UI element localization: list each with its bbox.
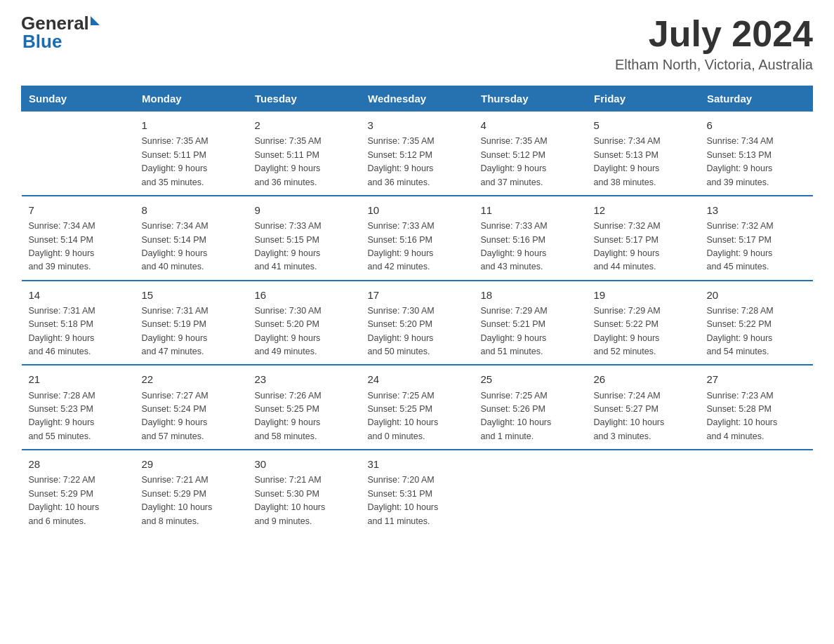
day-info: Sunrise: 7:33 AMSunset: 5:16 PMDaylight:…	[368, 220, 467, 274]
calendar-table: SundayMondayTuesdayWednesdayThursdayFrid…	[21, 86, 813, 534]
week-row: 28Sunrise: 7:22 AMSunset: 5:29 PMDayligh…	[22, 450, 813, 534]
day-number: 2	[255, 117, 354, 133]
calendar-cell: 9Sunrise: 7:33 AMSunset: 5:15 PMDaylight…	[248, 196, 361, 281]
day-info: Sunrise: 7:27 AMSunset: 5:24 PMDaylight:…	[142, 389, 241, 444]
day-number: 28	[29, 456, 128, 472]
day-number: 4	[481, 117, 580, 133]
calendar-cell: 12Sunrise: 7:32 AMSunset: 5:17 PMDayligh…	[587, 196, 700, 281]
calendar-cell: 19Sunrise: 7:29 AMSunset: 5:22 PMDayligh…	[587, 281, 700, 365]
logo-blue: Blue	[22, 31, 62, 52]
calendar-cell: 20Sunrise: 7:28 AMSunset: 5:22 PMDayligh…	[700, 281, 813, 365]
day-header-monday: Monday	[135, 86, 248, 112]
day-info: Sunrise: 7:32 AMSunset: 5:17 PMDaylight:…	[594, 220, 693, 274]
calendar-cell: 30Sunrise: 7:21 AMSunset: 5:30 PMDayligh…	[248, 450, 361, 534]
calendar-cell: 17Sunrise: 7:30 AMSunset: 5:20 PMDayligh…	[361, 281, 474, 365]
calendar-cell: 8Sunrise: 7:34 AMSunset: 5:14 PMDaylight…	[135, 196, 248, 281]
day-number: 17	[368, 287, 467, 303]
calendar-cell	[700, 450, 813, 534]
day-number: 1	[142, 117, 241, 133]
day-info: Sunrise: 7:33 AMSunset: 5:16 PMDaylight:…	[481, 220, 580, 274]
day-number: 26	[594, 371, 693, 387]
calendar-cell: 3Sunrise: 7:35 AMSunset: 5:12 PMDaylight…	[361, 112, 474, 196]
day-info: Sunrise: 7:28 AMSunset: 5:22 PMDaylight:…	[707, 304, 806, 359]
day-number: 18	[481, 287, 580, 303]
day-number: 31	[368, 456, 467, 472]
day-number: 29	[142, 456, 241, 472]
week-row: 1Sunrise: 7:35 AMSunset: 5:11 PMDaylight…	[22, 112, 813, 196]
day-info: Sunrise: 7:23 AMSunset: 5:28 PMDaylight:…	[707, 389, 806, 444]
day-number: 21	[29, 371, 128, 387]
logo: General Blue	[21, 14, 100, 51]
day-info: Sunrise: 7:30 AMSunset: 5:20 PMDaylight:…	[368, 304, 467, 359]
day-info: Sunrise: 7:29 AMSunset: 5:22 PMDaylight:…	[594, 304, 693, 359]
day-number: 6	[707, 117, 806, 133]
day-info: Sunrise: 7:34 AMSunset: 5:14 PMDaylight:…	[142, 220, 241, 274]
calendar-cell: 18Sunrise: 7:29 AMSunset: 5:21 PMDayligh…	[474, 281, 587, 365]
calendar-cell	[587, 450, 700, 534]
day-number: 24	[368, 371, 467, 387]
day-info: Sunrise: 7:24 AMSunset: 5:27 PMDaylight:…	[594, 389, 693, 444]
day-number: 5	[594, 117, 693, 133]
day-info: Sunrise: 7:25 AMSunset: 5:26 PMDaylight:…	[481, 389, 580, 444]
day-header-friday: Friday	[587, 86, 700, 112]
calendar-cell: 4Sunrise: 7:35 AMSunset: 5:12 PMDaylight…	[474, 112, 587, 196]
day-number: 15	[142, 287, 241, 303]
calendar-cell: 28Sunrise: 7:22 AMSunset: 5:29 PMDayligh…	[22, 450, 135, 534]
day-header-tuesday: Tuesday	[248, 86, 361, 112]
calendar-cell	[22, 112, 135, 196]
calendar-cell: 14Sunrise: 7:31 AMSunset: 5:18 PMDayligh…	[22, 281, 135, 365]
day-info: Sunrise: 7:34 AMSunset: 5:13 PMDaylight:…	[594, 135, 693, 189]
page-header: General Blue July 2024 Eltham North, Vic…	[21, 14, 813, 73]
calendar-cell: 2Sunrise: 7:35 AMSunset: 5:11 PMDaylight…	[248, 112, 361, 196]
calendar-cell: 13Sunrise: 7:32 AMSunset: 5:17 PMDayligh…	[700, 196, 813, 281]
day-info: Sunrise: 7:30 AMSunset: 5:20 PMDaylight:…	[255, 304, 354, 359]
day-number: 19	[594, 287, 693, 303]
day-info: Sunrise: 7:26 AMSunset: 5:25 PMDaylight:…	[255, 389, 354, 444]
day-number: 9	[255, 202, 354, 218]
day-number: 23	[255, 371, 354, 387]
day-number: 22	[142, 371, 241, 387]
calendar-cell: 22Sunrise: 7:27 AMSunset: 5:24 PMDayligh…	[135, 365, 248, 450]
day-info: Sunrise: 7:35 AMSunset: 5:12 PMDaylight:…	[481, 135, 580, 189]
day-header-wednesday: Wednesday	[361, 86, 474, 112]
day-number: 11	[481, 202, 580, 218]
calendar-cell: 5Sunrise: 7:34 AMSunset: 5:13 PMDaylight…	[587, 112, 700, 196]
day-number: 3	[368, 117, 467, 133]
title-block: July 2024 Eltham North, Victoria, Austra…	[615, 14, 813, 73]
day-info: Sunrise: 7:21 AMSunset: 5:30 PMDaylight:…	[255, 474, 354, 528]
logo-triangle-icon	[91, 16, 100, 25]
day-number: 20	[707, 287, 806, 303]
day-header-saturday: Saturday	[700, 86, 813, 112]
calendar-cell: 25Sunrise: 7:25 AMSunset: 5:26 PMDayligh…	[474, 365, 587, 450]
calendar-cell: 11Sunrise: 7:33 AMSunset: 5:16 PMDayligh…	[474, 196, 587, 281]
day-number: 13	[707, 202, 806, 218]
day-info: Sunrise: 7:29 AMSunset: 5:21 PMDaylight:…	[481, 304, 580, 359]
calendar-cell: 16Sunrise: 7:30 AMSunset: 5:20 PMDayligh…	[248, 281, 361, 365]
calendar-header-row: SundayMondayTuesdayWednesdayThursdayFrid…	[22, 86, 813, 112]
day-number: 8	[142, 202, 241, 218]
logo-general: General	[21, 14, 89, 32]
calendar-cell: 23Sunrise: 7:26 AMSunset: 5:25 PMDayligh…	[248, 365, 361, 450]
day-number: 10	[368, 202, 467, 218]
month-title: July 2024	[615, 14, 813, 54]
day-info: Sunrise: 7:34 AMSunset: 5:14 PMDaylight:…	[29, 220, 128, 274]
week-row: 21Sunrise: 7:28 AMSunset: 5:23 PMDayligh…	[22, 365, 813, 450]
day-info: Sunrise: 7:35 AMSunset: 5:11 PMDaylight:…	[142, 135, 241, 189]
day-info: Sunrise: 7:20 AMSunset: 5:31 PMDaylight:…	[368, 474, 467, 528]
day-info: Sunrise: 7:28 AMSunset: 5:23 PMDaylight:…	[29, 389, 128, 444]
calendar-cell: 26Sunrise: 7:24 AMSunset: 5:27 PMDayligh…	[587, 365, 700, 450]
calendar-cell: 21Sunrise: 7:28 AMSunset: 5:23 PMDayligh…	[22, 365, 135, 450]
day-number: 7	[29, 202, 128, 218]
day-number: 16	[255, 287, 354, 303]
calendar-cell	[474, 450, 587, 534]
day-header-sunday: Sunday	[22, 86, 135, 112]
calendar-cell: 27Sunrise: 7:23 AMSunset: 5:28 PMDayligh…	[700, 365, 813, 450]
day-number: 30	[255, 456, 354, 472]
calendar-cell: 6Sunrise: 7:34 AMSunset: 5:13 PMDaylight…	[700, 112, 813, 196]
day-info: Sunrise: 7:33 AMSunset: 5:15 PMDaylight:…	[255, 220, 354, 274]
day-number: 12	[594, 202, 693, 218]
calendar-cell: 7Sunrise: 7:34 AMSunset: 5:14 PMDaylight…	[22, 196, 135, 281]
day-number: 25	[481, 371, 580, 387]
day-number: 27	[707, 371, 806, 387]
calendar-cell: 1Sunrise: 7:35 AMSunset: 5:11 PMDaylight…	[135, 112, 248, 196]
